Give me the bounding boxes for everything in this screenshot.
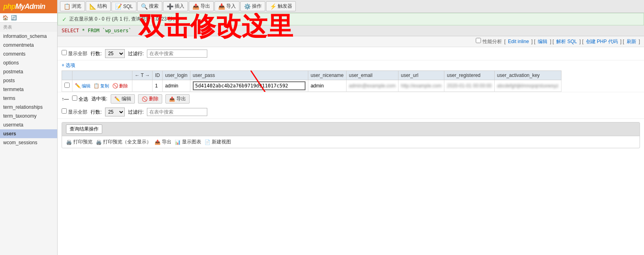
sidebar: phpMyAdmin 🏠 🔄 类表 information_schema com… [0, 0, 58, 255]
plus-options[interactable]: + 选项 [58, 60, 644, 70]
bottom-delete-icon: 🚫 [142, 96, 148, 102]
toolbar-search-btn[interactable]: 🔍 搜索 [137, 1, 162, 11]
sql-rest: * FROM `wp_users` [79, 28, 131, 33]
toolbar-operations-btn[interactable]: ⚙️ 操作 [240, 1, 265, 11]
sidebar-item-information-schema[interactable]: information_schema [0, 32, 57, 41]
print-preview-link[interactable]: 🖨️ 打印预览 [66, 139, 93, 145]
sidebar-item-postmeta[interactable]: postmeta [0, 67, 57, 76]
th-user-registered[interactable]: user_registered [444, 71, 494, 80]
status-check-icon: ✓ [62, 16, 67, 23]
performance-checkbox-label[interactable]: 性能分析 [476, 38, 502, 45]
rows-select-bottom[interactable]: 25 50 100 [105, 108, 125, 116]
row-user-email: admin@example.com [346, 80, 398, 92]
th-user-url[interactable]: user_url [398, 71, 444, 80]
row-edit-link[interactable]: 编辑 [82, 83, 91, 88]
filter-input-top[interactable] [147, 50, 207, 58]
rows-label-top: 行数: [91, 50, 101, 57]
th-user-login[interactable]: user_login [163, 71, 190, 80]
bottom-edit-btn[interactable]: ✏️ 编辑 [111, 94, 135, 104]
sidebar-item-options[interactable]: options [0, 58, 57, 67]
performance-checkbox[interactable] [476, 38, 481, 43]
bottom-controls: ↑— 全选 选中项: ✏️ 编辑 🚫 删除 📤 导出 [58, 92, 644, 106]
row-id: 1 [153, 80, 163, 92]
sidebar-item-terms[interactable]: terms [0, 94, 57, 103]
toolbar-sql-btn[interactable]: 📝 SQL [111, 2, 136, 11]
row-checkbox-cell [62, 80, 72, 92]
chart-icon: 📊 [175, 139, 181, 145]
sidebar-item-comments[interactable]: comments [0, 50, 57, 58]
toolbar-import-btn[interactable]: 📥 导入 [215, 1, 239, 11]
query-results-label: 查询结果操作 [66, 124, 102, 134]
export-qr-link[interactable]: 📤 导出 [155, 139, 171, 145]
th-user-nicename[interactable]: user_nicename [308, 71, 346, 80]
print-preview-full-link[interactable]: 🖨️ 打印预览（全文显示） [96, 139, 151, 145]
sidebar-item-usermeta[interactable]: usermeta [0, 120, 57, 129]
table-row: ✏️编辑 📋复制 🚫删除 1 admin admin admin@example… [62, 80, 561, 92]
rows-select-top[interactable]: 25 50 100 250 500 [105, 49, 125, 58]
th-user-pass[interactable]: user_pass [190, 71, 308, 80]
export-qr-icon: 📤 [155, 139, 161, 145]
row-delete-link[interactable]: 删除 [119, 83, 128, 88]
toolbar-insert-btn[interactable]: ➕ 插入 [163, 1, 188, 11]
rows-label-bottom: 行数: [91, 109, 101, 116]
row-actions-cell: ✏️编辑 📋复制 🚫删除 [72, 80, 132, 92]
th-user-activation-key[interactable]: user_activation_key [494, 71, 561, 80]
parse-sql-link[interactable]: 解析 SQL [556, 38, 577, 45]
th-id[interactable]: ← T → [132, 71, 153, 80]
show-all-label-top[interactable]: 显示全部 [62, 50, 87, 57]
edit-link[interactable]: 编辑 [538, 38, 547, 45]
sidebar-item-wcom-sessions[interactable]: wcom_sessions [0, 138, 57, 147]
sidebar-item-term-relationships[interactable]: term_relationships [0, 103, 57, 112]
status-bar: ✓ 正在显示第 0 - 0 行 (共 1 行, 查询花费 0.0023 秒。) … [58, 13, 644, 25]
edit-inline-link[interactable]: Edit inline [508, 39, 529, 44]
filter-input-bottom[interactable] [147, 108, 207, 116]
refresh-icon[interactable]: 🔄 [11, 15, 17, 21]
row-user-activation-key: abcdefghijklmnopqrstuvwxyz [494, 80, 561, 92]
new-view-link[interactable]: 📄 新建视图 [204, 139, 231, 145]
toolbar-structure-btn[interactable]: 📐 结构 [86, 1, 111, 11]
sidebar-item-users[interactable]: users [0, 129, 57, 138]
sidebar-header: phpMyAdmin [0, 0, 57, 13]
sort-left-icon: ← [135, 73, 140, 78]
sidebar-item-termmeta[interactable]: termmeta [0, 85, 57, 94]
query-results-actions: 🖨️ 打印预览 🖨️ 打印预览（全文显示） 📤 导出 📊 显示图表 📄 [62, 136, 640, 148]
th-user-email[interactable]: user_email [346, 71, 398, 80]
toolbar-triggers-btn[interactable]: ⚡ 触发器 [266, 1, 296, 11]
refresh-link[interactable]: 刷新 [627, 38, 636, 45]
select-all-checkbox[interactable] [72, 95, 77, 101]
toolbar-export-btn[interactable]: 📤 导出 [189, 1, 214, 11]
sidebar-item-commentmeta[interactable]: commentmeta [0, 41, 57, 50]
th-actions [72, 71, 132, 80]
row-user-login: admin [163, 80, 190, 92]
show-all-checkbox-top[interactable] [62, 50, 67, 55]
show-chart-link[interactable]: 📊 显示图表 [175, 139, 201, 145]
create-php-link[interactable]: 创建 PHP 代码 [586, 38, 618, 45]
sort-right-icon: → [145, 73, 150, 78]
sidebar-item-posts[interactable]: posts [0, 76, 57, 85]
data-table: ← T → ID user_login user_pass user_nicen… [62, 70, 561, 92]
data-table-container: ← T → ID user_login user_pass user_nicen… [58, 70, 644, 92]
row-checkbox[interactable] [64, 83, 70, 88]
operations-icon: ⚙️ [244, 3, 251, 10]
sidebar-item-term-taxonomy[interactable]: term_taxonomy [0, 112, 57, 120]
export-icon: 📤 [192, 3, 199, 10]
home-icon[interactable]: 🏠 [2, 15, 8, 21]
toolbar-browse-btn[interactable]: 📋 浏览 [60, 1, 85, 11]
user-pass-edit-input[interactable] [193, 81, 305, 90]
th-id-label[interactable]: ID [153, 71, 163, 80]
controls-row-top: 显示全部 行数: 25 50 100 250 500 过滤行: [58, 47, 644, 60]
select-label: 选中项: [91, 95, 107, 102]
bottom-export-btn[interactable]: 📤 导出 [165, 94, 190, 104]
row-user-pass[interactable] [190, 80, 308, 92]
show-all-checkbox-bottom[interactable] [62, 108, 67, 114]
bottom-delete-btn[interactable]: 🚫 删除 [138, 94, 162, 104]
query-results-section: 查询结果操作 🖨️ 打印预览 🖨️ 打印预览（全文显示） 📤 导出 📊 显示图 [62, 122, 640, 148]
select-all-label[interactable]: 全选 [72, 95, 88, 103]
view-icon: 📄 [204, 139, 211, 145]
row-user-registered: 2020-01-01 00:00:00 [444, 80, 494, 92]
row-copy-link[interactable]: 复制 [100, 83, 109, 88]
insert-icon: ➕ [167, 3, 173, 10]
row-user-nicename: admin [308, 80, 346, 92]
show-all-label-bottom[interactable]: 显示全部 [62, 108, 87, 116]
search-icon: 🔍 [141, 3, 148, 10]
